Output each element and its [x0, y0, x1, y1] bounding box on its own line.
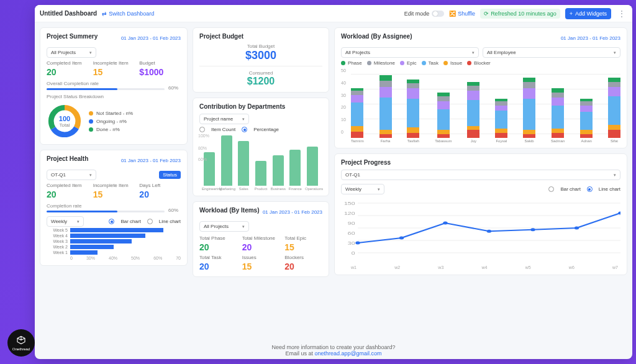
contribution-bar-chart: 100% 80% 60% EngineeringMarketingSalesPr…: [199, 135, 322, 191]
chevron-down-icon: ▾: [614, 173, 616, 178]
refresh-status[interactable]: ⟳ Refreshed 10 minutes ago: [480, 9, 560, 19]
period-selector[interactable]: Weekly▾: [341, 184, 384, 194]
project-selector[interactable]: OT-Q1 ▾: [47, 170, 96, 180]
svg-point-11: [487, 230, 492, 233]
plus-icon: +: [570, 11, 573, 17]
completion-progress: 60%: [47, 211, 165, 212]
vbar-col: Operations: [305, 147, 320, 191]
chevron-down-icon: ▾: [614, 50, 616, 55]
brand-logo[interactable]: Onethread: [7, 329, 35, 357]
health-bar-chart: Week 5Week 4Week 3Week 2Week 1: [47, 228, 181, 255]
vbar-col: Product: [253, 161, 268, 191]
svg-point-12: [530, 228, 535, 231]
svg-point-9: [399, 237, 404, 240]
radio-bar-chart[interactable]: [109, 219, 114, 224]
overall-progress: 60%: [47, 88, 165, 90]
vbar-col: Sales: [236, 141, 251, 191]
date-range[interactable]: 01 Jan 2023 - 01 Feb 2023: [121, 35, 181, 41]
stacked-col: Tasfiah: [407, 80, 419, 143]
card-title: Project Progress: [341, 159, 620, 166]
shuffle-button[interactable]: 🔀 Shuffle: [449, 11, 475, 17]
card-title: Project Summery: [47, 33, 98, 40]
project-selector[interactable]: Project name ▾: [199, 114, 249, 124]
radio-percentage[interactable]: [242, 127, 247, 132]
workload-legend: Phase Milestone Epic Task Issue Blocker: [341, 60, 620, 66]
cube-icon: [16, 335, 27, 347]
chevron-down-icon: ▾: [89, 173, 92, 178]
date-range[interactable]: 01 Jan 2023 - 01 Feb 2023: [561, 35, 620, 41]
card-title: Workload (By Items): [199, 207, 260, 214]
switch-dashboard-link[interactable]: ⇄ Switch Dashboard: [102, 11, 154, 17]
card-title: Contribution by Departments: [199, 103, 322, 110]
svg-point-10: [443, 222, 448, 225]
svg-point-8: [355, 242, 360, 245]
incomplete-count: 15: [93, 67, 135, 77]
card-title: Project Budget: [199, 33, 322, 40]
svg-text:150: 150: [344, 201, 355, 206]
toggle-icon: [432, 11, 444, 17]
stacked-col: Sakib: [523, 78, 535, 143]
chevron-down-icon: ▾: [242, 224, 245, 229]
vbar-col: Business: [271, 155, 286, 191]
project-summary-card: Project Summery 01 Jan 2023 - 01 Feb 202…: [40, 27, 188, 145]
project-selector[interactable]: OT-Q1▾: [341, 170, 620, 180]
svg-text:90: 90: [348, 221, 355, 226]
stacked-col: Tabassum: [435, 93, 452, 143]
dashboard-title: Untitled Dashboard: [40, 10, 97, 17]
hbar-row: Week 4: [47, 234, 181, 238]
stacked-col: Foysal: [495, 99, 507, 143]
svg-text:120: 120: [344, 211, 355, 216]
workload-stacked-chart: 01020304050 TazmimFarhaTasfiahTabassumJo…: [341, 68, 620, 143]
swap-icon: ⇄: [102, 11, 107, 17]
stacked-col: Farha: [379, 75, 392, 143]
chevron-down-icon: ▾: [89, 50, 92, 55]
workload-assignee-card: Workload (By Assignee) 01 Jan 2023 - 01 …: [334, 27, 627, 148]
svg-text:30: 30: [348, 241, 355, 246]
card-title: Workload (By Assignee): [341, 33, 412, 40]
chevron-down-icon: ▾: [77, 219, 80, 224]
project-health-card: Project Health 01 Jan 2023 - 01 Feb 2023…: [40, 150, 188, 266]
stacked-col: Adnan: [580, 99, 593, 143]
vbar-col: Marketing: [219, 135, 234, 191]
consumed-budget: $1200: [199, 76, 322, 87]
more-menu-button[interactable]: ⋮: [616, 9, 627, 18]
completed-count: 20: [47, 67, 88, 77]
svg-point-13: [575, 227, 579, 230]
hbar-row: Week 2: [47, 245, 181, 249]
chevron-down-icon: ▾: [378, 187, 380, 192]
card-title: Project Health: [47, 155, 88, 162]
topbar: Untitled Dashboard ⇄ Switch Dashboard Ed…: [35, 5, 632, 22]
status-button[interactable]: Status: [159, 171, 181, 179]
svg-text:60: 60: [348, 231, 355, 236]
period-selector[interactable]: Weekly ▾: [47, 216, 84, 227]
date-range[interactable]: 01 Jan 2023 - 01 Feb 2023: [263, 209, 322, 215]
edit-mode-toggle[interactable]: Edit mode: [404, 11, 445, 17]
svg-text:0: 0: [352, 251, 355, 256]
hbar-row: Week 1: [47, 250, 181, 255]
progress-line-chart: 0306090120150: [341, 197, 620, 265]
project-selector[interactable]: All Projects ▾: [199, 221, 249, 232]
donut-legend: Not Started - n% Ongoing - n% Done - n%: [89, 111, 133, 132]
project-progress-card: Project Progress OT-Q1▾ Weekly▾ Bar char…: [334, 153, 627, 275]
employee-selector[interactable]: All Employee▾: [483, 47, 620, 58]
project-selector[interactable]: All Projects ▾: [47, 47, 96, 58]
contribution-card: Contribution by Departments Project name…: [193, 98, 329, 196]
radio-bar-chart[interactable]: [548, 186, 554, 192]
radio-line-chart[interactable]: [147, 219, 153, 224]
support-email-link[interactable]: onethread.app@gmail.com: [314, 350, 381, 357]
workload-items-card: Workload (By Items) 01 Jan 2023 - 01 Feb…: [193, 201, 329, 277]
stacked-col: Tazmim: [351, 88, 364, 143]
chevron-down-icon: ▾: [472, 50, 475, 55]
chevron-down-icon: ▾: [242, 117, 245, 122]
total-budget: $3000: [199, 49, 322, 62]
footer-help: Need more information to create your das…: [35, 340, 632, 359]
vbar-col: Finance: [288, 150, 302, 191]
date-range[interactable]: 01 Jan 2023 - 01 Feb 2023: [121, 158, 181, 163]
radio-line-chart[interactable]: [587, 186, 593, 192]
radio-item-count[interactable]: [199, 127, 205, 132]
shuffle-icon: 🔀: [449, 11, 456, 17]
project-selector[interactable]: All Projects▾: [341, 47, 479, 58]
stacked-col: Joy: [467, 82, 479, 143]
add-widgets-button[interactable]: + Add Widgets: [565, 8, 611, 19]
stacked-col: Sifat: [608, 78, 620, 143]
